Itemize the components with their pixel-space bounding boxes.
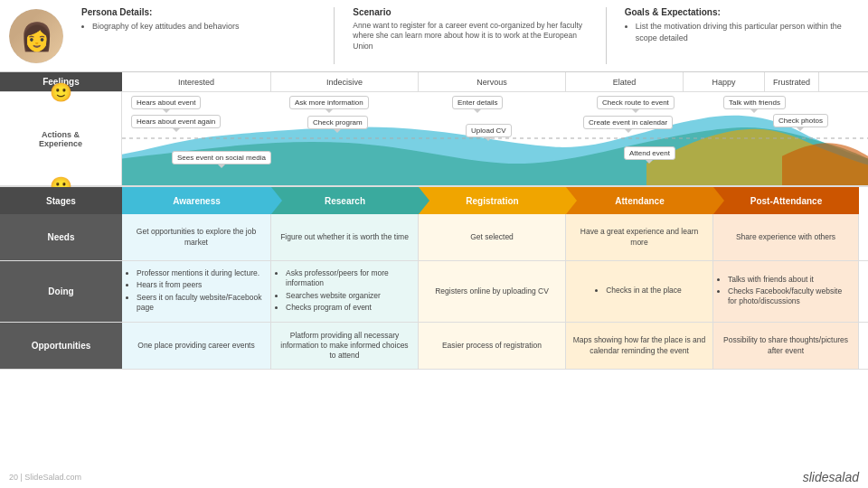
bubble-ask-more: Ask more information: [289, 96, 369, 109]
bubble-upload-cv: Upload CV: [466, 124, 512, 137]
stages-cells: Awareness Research Registration Attendan…: [122, 187, 868, 214]
needs-post: Share experience with others: [713, 214, 859, 260]
header: 👩 Persona Details: Biography of key atti…: [0, 0, 868, 72]
doing-cells: Professor mentions it during lecture. He…: [122, 261, 868, 322]
feelings-row: Feelings Interested Indecisive Nervous E…: [0, 72, 868, 92]
opportunities-cells: One place providing career events Platfo…: [122, 323, 868, 369]
opportunities-row: Opportunities One place providing career…: [0, 323, 868, 370]
opp-post: Possibility to share thoughts/pictures a…: [713, 323, 859, 369]
footer-logo: slidesalad: [803, 470, 859, 484]
smiley-good-icon: 🙂: [50, 81, 72, 103]
doing-registration: Registers online by uploading CV: [419, 261, 566, 322]
needs-label: Needs: [0, 214, 122, 260]
bubble-hears-again: Hears about event again: [131, 115, 221, 128]
opp-research: Platform providing all necessary informa…: [271, 323, 419, 369]
needs-cells: Get opportunities to explore the job mar…: [122, 214, 868, 260]
actions-experience-label: Actions &Experience: [39, 130, 82, 148]
goals-section: Goals & Expectations: List the motivatio…: [625, 7, 859, 64]
feeling-frustrated: Frustrated: [765, 72, 819, 91]
emotions-label: 🙂 Actions &Experience ☹️: [0, 92, 122, 185]
stages-row: Stages Awareness Research Registration A…: [0, 187, 868, 214]
opportunities-label: Opportunities: [0, 323, 122, 369]
needs-row: Needs Get opportunities to explore the j…: [0, 214, 868, 261]
doing-attendance: Checks in at the place: [566, 261, 713, 322]
feeling-indecisive: Indecisive: [271, 72, 419, 91]
scenario-section: Scenario Anne want to register for a car…: [353, 7, 587, 64]
bubble-create-calendar: Create event in calendar: [583, 116, 673, 129]
slide: 👩 Persona Details: Biography of key atti…: [0, 0, 868, 488]
opp-attendance: Maps showing how far the place is and ca…: [566, 323, 713, 369]
bubble-attend-event: Attend event: [624, 146, 675, 160]
scenario-label: Scenario: [353, 7, 587, 17]
stage-awareness: Awareness: [122, 187, 271, 214]
bubble-enter-details: Enter details: [452, 96, 503, 109]
footer: 20 | SlideSalad.com slidesalad: [9, 470, 859, 484]
avatar: 👩: [9, 9, 63, 63]
doing-label: Doing: [0, 261, 122, 322]
needs-registration: Get selected: [419, 214, 566, 260]
stage-registration: Registration: [419, 187, 566, 214]
bubble-check-photos: Check photos: [773, 114, 828, 127]
persona-details: Persona Details: Biography of key attitu…: [81, 7, 316, 64]
stage-attendance: Attendance: [566, 187, 713, 214]
chart-area: Hears about event Hears about event agai…: [122, 92, 868, 185]
bubble-check-route: Check route to event: [597, 96, 675, 109]
goals-list: List the motivation driving this particu…: [625, 21, 859, 43]
needs-research: Figure out whether it is worth the time: [271, 214, 419, 260]
doing-row: Doing Professor mentions it during lectu…: [0, 261, 868, 323]
feeling-nervous: Nervous: [419, 72, 566, 91]
feeling-happy: Happy: [684, 72, 765, 91]
goals-label: Goals & Expectations:: [625, 7, 859, 17]
persona-item: Biography of key attitudes and behaviors: [92, 21, 316, 33]
needs-attendance: Have a great experience and learn more: [566, 214, 713, 260]
opp-registration: Easier process of registration: [419, 323, 566, 369]
doing-awareness: Professor mentions it during lecture. He…: [122, 261, 271, 322]
stage-post-attendance: Post-Attendance: [713, 187, 859, 214]
scenario-text: Anne want to register for a career event…: [353, 21, 587, 52]
bubble-talk-friends: Talk with friends: [723, 96, 786, 109]
bubble-check-program: Check program: [307, 116, 368, 129]
stage-research: Research: [271, 187, 419, 214]
persona-list: Biography of key attitudes and behaviors: [81, 21, 316, 33]
doing-post: Talks with friends about it Checks Faceb…: [713, 261, 859, 322]
persona-label: Persona Details:: [81, 7, 316, 17]
feelings-cells: Interested Indecisive Nervous Elated Hap…: [122, 72, 868, 91]
feeling-elated: Elated: [566, 72, 684, 91]
goals-item: List the motivation driving this particu…: [636, 21, 859, 43]
bubble-social-media: Sees event on social media: [172, 151, 271, 164]
bubble-hears-event: Hears about event: [131, 96, 201, 109]
needs-awareness: Get opportunities to explore the job mar…: [122, 214, 271, 260]
page-number: 20 | SlideSalad.com: [9, 473, 81, 482]
doing-research: Asks professor/peers for more informatio…: [271, 261, 419, 322]
persona-photo: 👩: [9, 9, 63, 63]
emotions-area: 🙂 Actions &Experience ☹️ Hears about eve…: [0, 92, 868, 187]
feeling-interested: Interested: [122, 72, 271, 91]
opp-awareness: One place providing career events: [122, 323, 271, 369]
stages-label: Stages: [0, 187, 122, 214]
